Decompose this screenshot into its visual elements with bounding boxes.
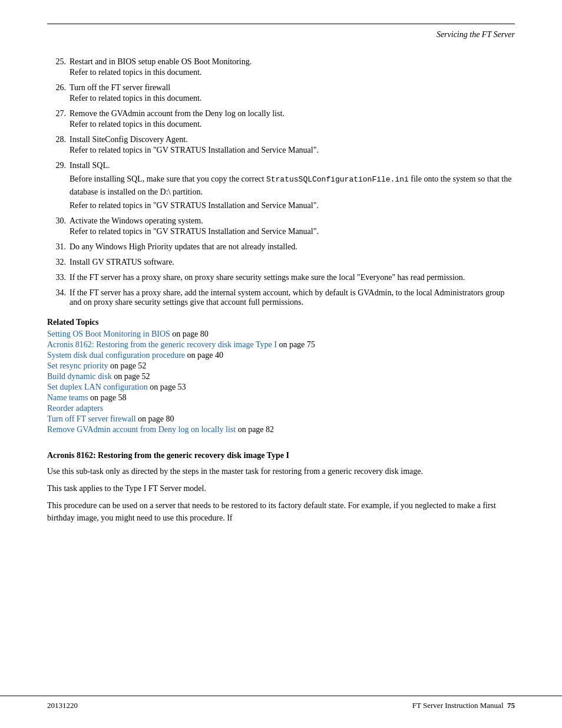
item-number: 32.: [47, 258, 70, 267]
item-number: 27.: [47, 109, 70, 118]
item-number: 26.: [47, 83, 70, 93]
related-topics-label: Related Topics: [47, 318, 515, 327]
list-item: 34. If the FT server has a proxy share, …: [47, 288, 515, 307]
item-refer: Refer to related topics in this document…: [70, 68, 515, 77]
item-content: If the FT server has a proxy share, on p…: [70, 273, 515, 282]
related-suffix-7: on page 58: [88, 393, 127, 402]
related-link-line: Turn off FT server firewall on page 80: [47, 414, 515, 424]
list-item: 28. Install SiteConfig Discovery Agent. …: [47, 135, 515, 155]
related-link-line: Set resync priority on page 52: [47, 361, 515, 371]
list-item: 27. Remove the GVAdmin account from the …: [47, 109, 515, 129]
related-link-3[interactable]: System disk dual configuration procedure: [47, 351, 185, 360]
list-item: 25. Restart and in BIOS setup enable OS …: [47, 57, 515, 77]
item-number: 25.: [47, 57, 70, 67]
section2-para2: This task applies to the Type I FT Serve…: [47, 482, 515, 495]
related-suffix-10: on page 82: [236, 425, 274, 434]
related-suffix-9: on page 80: [136, 414, 174, 423]
top-rule: [47, 24, 515, 24]
related-link-6[interactable]: Set duplex LAN configuration: [47, 383, 148, 391]
footer-date: 20131220: [47, 701, 78, 710]
related-topics-section: Related Topics Setting OS Boot Monitorin…: [47, 318, 515, 434]
item-number: 30.: [47, 216, 70, 226]
item-refer: Refer to related topics in "GV STRATUS I…: [70, 146, 515, 155]
item-text: If the FT server has a proxy share, add …: [70, 288, 505, 307]
item-content: If the FT server has a proxy share, add …: [70, 288, 515, 307]
item-number: 29.: [47, 161, 70, 170]
item-content: Install GV STRATUS software.: [70, 258, 515, 267]
related-link-line: Acronis 8162: Restoring from the generic…: [47, 340, 515, 350]
related-link-7[interactable]: Name teams: [47, 393, 88, 402]
steps-list: 25. Restart and in BIOS setup enable OS …: [47, 57, 515, 307]
item-number: 28.: [47, 135, 70, 144]
item-text: Restart and in BIOS setup enable OS Boot…: [70, 57, 252, 66]
item-refer: Refer to related topics in this document…: [70, 120, 515, 129]
item-text: Install GV STRATUS software.: [70, 258, 174, 266]
related-link-line: System disk dual configuration procedure…: [47, 351, 515, 360]
item-text: Activate the Windows operating system.: [70, 216, 203, 225]
item-content: Install SQL. Before installing SQL, make…: [70, 161, 515, 210]
item-refer: Refer to related topics in "GV STRATUS I…: [70, 227, 515, 236]
related-suffix-5: on page 52: [112, 372, 150, 381]
item-text: Install SQL.: [70, 161, 110, 170]
list-item: 29. Install SQL. Before installing SQL, …: [47, 161, 515, 210]
footer-manual-name: FT Server Instruction Manual: [412, 701, 504, 710]
item-refer: Refer to related topics in "GV STRATUS I…: [70, 201, 515, 210]
related-link-1[interactable]: Setting OS Boot Monitoring in BIOS: [47, 330, 170, 338]
item-subpara: Before installing SQL, make sure that yo…: [70, 173, 515, 198]
related-link-9[interactable]: Turn off FT server firewall: [47, 414, 136, 423]
item-text: Remove the GVAdmin account from the Deny…: [70, 109, 285, 118]
related-link-2[interactable]: Acronis 8162: Restoring from the generic…: [47, 340, 277, 349]
item-refer: Refer to related topics in this document…: [70, 94, 515, 103]
item-content: Remove the GVAdmin account from the Deny…: [70, 109, 515, 129]
related-link-8[interactable]: Reorder adapters: [47, 404, 103, 413]
related-suffix-1: on page 80: [170, 330, 209, 338]
related-link-line: Remove GVAdmin account from Deny log on …: [47, 425, 515, 434]
section2-para1: Use this sub-task only as directed by th…: [47, 465, 515, 477]
item-text: Do any Windows High Priority updates tha…: [70, 242, 297, 251]
related-link-line: Name teams on page 58: [47, 393, 515, 403]
footer-page-number: 75: [507, 701, 515, 710]
page: Servicing the FT Server 25. Restart and …: [0, 0, 562, 728]
main-content: 25. Restart and in BIOS setup enable OS …: [47, 57, 515, 524]
item-content: Restart and in BIOS setup enable OS Boot…: [70, 57, 515, 77]
related-suffix-6: on page 53: [148, 383, 186, 391]
item-content: Install SiteConfig Discovery Agent. Refe…: [70, 135, 515, 155]
related-link-10[interactable]: Remove GVAdmin account from Deny log on …: [47, 425, 236, 434]
footer-page-info: FT Server Instruction Manual 75: [412, 701, 515, 710]
item-content: Do any Windows High Priority updates tha…: [70, 242, 515, 252]
item-text: Install SiteConfig Discovery Agent.: [70, 135, 188, 144]
item-number: 33.: [47, 273, 70, 282]
list-item: 33. If the FT server has a proxy share, …: [47, 273, 515, 282]
related-link-line: Build dynamic disk on page 52: [47, 372, 515, 381]
list-item: 26. Turn off the FT server firewall Refe…: [47, 83, 515, 103]
list-item: 32. Install GV STRATUS software.: [47, 258, 515, 267]
related-suffix-2: on page 75: [277, 340, 315, 349]
item-number: 34.: [47, 288, 70, 298]
item-content: Turn off the FT server firewall Refer to…: [70, 83, 515, 103]
related-suffix-4: on page 52: [108, 361, 146, 370]
item-number: 31.: [47, 242, 70, 252]
related-link-line: Reorder adapters: [47, 404, 515, 413]
related-link-4[interactable]: Set resync priority: [47, 361, 108, 370]
related-suffix-3: on page 40: [185, 351, 223, 360]
list-item: 30. Activate the Windows operating syste…: [47, 216, 515, 236]
item-content: Activate the Windows operating system. R…: [70, 216, 515, 236]
page-footer: 20131220 FT Server Instruction Manual 75: [0, 696, 562, 710]
section2-heading: Acronis 8162: Restoring from the generic…: [47, 451, 515, 460]
item-text: If the FT server has a proxy share, on p…: [70, 273, 465, 282]
related-link-line: Setting OS Boot Monitoring in BIOS on pa…: [47, 330, 515, 339]
header-title: Servicing the FT Server: [47, 30, 515, 39]
item-text: Turn off the FT server firewall: [70, 83, 170, 92]
related-link-5[interactable]: Build dynamic disk: [47, 372, 112, 381]
section2-para3: This procedure can be used on a server t…: [47, 499, 515, 524]
monospace-text: StratusSQLConfigurationFile.ini: [266, 175, 409, 184]
related-link-line: Set duplex LAN configuration on page 53: [47, 383, 515, 392]
list-item: 31. Do any Windows High Priority updates…: [47, 242, 515, 252]
